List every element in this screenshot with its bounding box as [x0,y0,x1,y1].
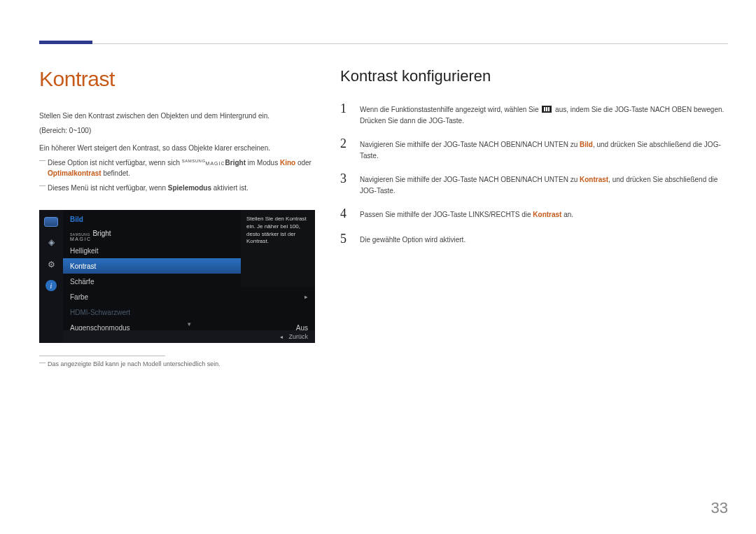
intro-line-1: Stellen Sie den Kontrast zwischen den Ob… [39,111,312,121]
chevron-right-icon: ▸ [304,293,308,300]
step-1: 1 Wenn die Funktionstastenhilfe angezeig… [340,102,728,126]
osd-footer: ◂ Zurück [63,330,315,343]
osd-magic-text: MAGIC [70,237,91,241]
menu-icon [542,106,552,113]
step-3-number: 3 [340,172,350,196]
step-1-text-c: Drücken Sie dann die JOG-Taste. [360,117,464,125]
subsection-heading: Kontrast konfigurieren [340,67,728,85]
step-5: 5 Die gewählte Option wird aktiviert. [340,232,728,246]
step-1-number: 1 [340,102,350,126]
note-1: Diese Option ist nicht verfügbar, wenn s… [39,157,312,178]
step-3: 3 Navigieren Sie mithilfe der JOG-Taste … [340,172,728,196]
step-4: 4 Passen Sie mithilfe der JOG-Taste LINK… [340,207,728,221]
steps-list: 1 Wenn die Funktionstastenhilfe angezeig… [340,102,728,246]
header-divider [39,43,728,44]
step-4-number: 4 [340,207,350,221]
step-3-highlight: Kontrast [580,176,608,183]
section-heading: Kontrast [39,67,312,91]
osd-screenshot: ◈ ⚙ i Bild SAMSUNG MAGIC Bright [39,210,315,343]
osd-helligkeit-label: Helligkeit [70,247,99,255]
note-1-end: befindet. [102,169,130,177]
chevron-left-icon: ◂ [280,334,283,340]
screen-icon [44,217,58,227]
step-3-text-a: Navigieren Sie mithilfe der JOG-Taste NA… [360,176,580,183]
note-2-pre: Dieses Menü ist nicht verfügbar, wenn [48,184,168,192]
page-content: Kontrast Stellen Sie den Kontrast zwisch… [39,67,728,506]
info-icon: i [46,280,57,291]
step-2-text-a: Navigieren Sie mithilfe der JOG-Taste NA… [360,141,580,148]
osd-hdmi-label: HDMI-Schwarzwert [70,309,130,316]
gear-icon: ⚙ [44,258,58,272]
step-1-text-a: Wenn die Funktionstastenhilfe angezeigt … [360,106,540,113]
chevron-down-icon: ▾ [188,321,191,328]
note-2-end: aktiviert ist. [211,184,248,192]
note-1-pre: Diese Option ist nicht verfügbar, wenn s… [48,159,182,167]
note-2: Dieses Menü ist nicht verfügbar, wenn Sp… [39,183,312,193]
osd-sidebar: ◈ ⚙ i [39,210,63,343]
header-accent-bar [39,41,92,44]
osd-row-hdmi-disabled: HDMI-Schwarzwert [63,304,315,320]
intro-line-3: Ein höherer Wert steigert den Kontrast, … [39,143,312,153]
target-icon: ◈ [44,235,58,249]
brand-magic: MAGIC [206,161,225,166]
brand-bright: Bright [225,159,246,167]
step-1-text: Wenn die Funktionstastenhilfe angezeigt … [360,102,724,126]
left-column: Kontrast Stellen Sie den Kontrast zwisch… [39,67,312,506]
step-4-highlight: Kontrast [533,211,561,218]
osd-row-farbe: Farbe ▸ [63,289,315,304]
step-3-text: Navigieren Sie mithilfe der JOG-Taste NA… [360,172,728,196]
step-5-text: Die gewählte Option wird aktiviert. [360,232,465,246]
osd-kontrast-label: Kontrast [70,262,96,270]
note-1-mid: im Modus [246,159,280,167]
step-4-text-a: Passen Sie mithilfe der JOG-Taste LINKS/… [360,211,533,218]
step-2-number: 2 [340,137,350,161]
step-5-number: 5 [340,232,350,246]
osd-schaerfe-label: Schärfe [70,278,94,286]
step-2-text: Navigieren Sie mithilfe der JOG-Taste NA… [360,137,728,161]
step-1-text-b: aus, indem Sie die JOG-Taste NACH OBEN b… [553,106,724,113]
note-1-kino: Kino [280,159,295,167]
step-4-text: Passen Sie mithilfe der JOG-Taste LINKS/… [360,207,573,221]
page-number: 33 [711,499,728,517]
note-2-spiel: Spielemodus [168,184,211,192]
footnote-divider [39,356,165,356]
footnote-text: Das angezeigte Bild kann je nach Modell … [39,360,312,367]
osd-farbe-label: Farbe [70,293,88,301]
right-column: Kontrast konfigurieren 1 Wenn die Funkti… [340,67,728,506]
osd-help-text: Stellen Sie den Kontrast ein. Je näher b… [241,210,315,287]
osd-footer-back: Zurück [288,333,308,340]
step-2: 2 Navigieren Sie mithilfe der JOG-Taste … [340,137,728,161]
osd-bright-text: Bright [92,230,111,237]
step-4-text-b: an. [561,211,573,218]
note-1-optimal: Optimalkontrast [48,169,102,177]
brand-samsung: SAMSUNG [182,159,206,163]
intro-line-2: (Bereich: 0~100) [39,125,312,136]
osd-main: Bild SAMSUNG MAGIC Bright Benutzerdef. [63,210,315,343]
note-1-oder: oder [295,159,312,167]
step-2-highlight: Bild [580,141,593,148]
osd-magicbright-label: SAMSUNG MAGIC Bright [70,230,111,241]
